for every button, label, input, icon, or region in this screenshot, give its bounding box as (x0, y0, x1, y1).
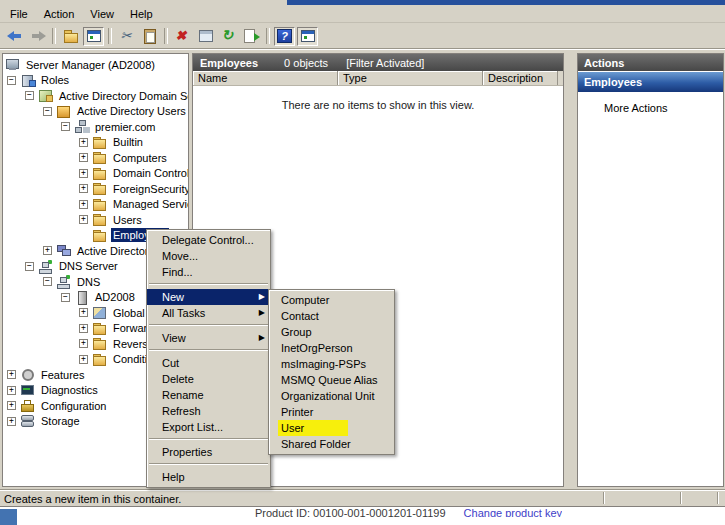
show-window-button[interactable] (297, 27, 318, 46)
submenu-item-user[interactable]: User (269, 420, 394, 436)
menu-help[interactable]: Help (122, 7, 161, 21)
submenu-item-label: msImaging-PSPs (281, 358, 366, 370)
tree-label[interactable]: Diagnostics (39, 383, 100, 397)
column-header-description[interactable]: Description (483, 71, 558, 85)
tree-label[interactable]: Roles (39, 73, 71, 87)
menu-item-delegate-control[interactable]: Delegate Control... (147, 232, 270, 248)
expand-box-icon[interactable]: + (7, 386, 16, 395)
tree-label[interactable]: DNS Server (57, 259, 120, 273)
expand-box-icon[interactable]: + (79, 339, 88, 348)
menu-item-properties[interactable]: Properties (147, 444, 270, 460)
delete-button[interactable] (172, 27, 193, 46)
collapse-box-icon[interactable]: − (25, 262, 34, 271)
expand-box-icon[interactable]: + (79, 200, 88, 209)
submenu-item-inetorgperson[interactable]: InetOrgPerson (269, 340, 394, 356)
menu-item-all-tasks[interactable]: All Tasks▶ (147, 305, 270, 321)
back-button[interactable] (4, 27, 25, 46)
forward-button[interactable] (27, 27, 48, 46)
tree-item-active-directory-domain-services[interactable]: −Active Directory Domain Services (3, 88, 188, 104)
paste-button[interactable] (139, 27, 160, 46)
change-product-key-link[interactable]: Change product key (464, 507, 562, 517)
dns-icon (39, 260, 53, 273)
menu-item-cut[interactable]: Cut (147, 355, 270, 371)
tree-item-managed-service-accounts[interactable]: +Managed Service Accounts (3, 197, 188, 213)
collapse-box-icon[interactable]: − (7, 76, 16, 85)
tree-label[interactable]: Users (111, 213, 144, 227)
expand-box-icon[interactable]: + (7, 401, 16, 410)
collapse-box-icon[interactable]: − (25, 91, 34, 100)
tree-label[interactable]: Features (39, 368, 86, 382)
submenu-item-organizational-unit[interactable]: Organizational Unit (269, 388, 394, 404)
menu-file[interactable]: File (2, 7, 36, 21)
tree-item-builtin[interactable]: +Builtin (3, 135, 188, 151)
menu-item-export-list[interactable]: Export List... (147, 419, 270, 435)
collapse-box-icon[interactable]: − (61, 122, 70, 131)
collapse-box-icon[interactable]: − (43, 107, 52, 116)
column-header-type[interactable]: Type (338, 71, 483, 85)
tree-item-active-directory-users-and-computers[interactable]: −Active Directory Users and Computers (3, 104, 188, 120)
submenu-item-contact[interactable]: Contact (269, 308, 394, 324)
refresh-button[interactable] (218, 27, 239, 46)
tree-label[interactable]: Active Directory Users and Computers (75, 104, 189, 118)
expand-box-icon[interactable]: + (79, 153, 88, 162)
menu-item-delete[interactable]: Delete (147, 371, 270, 387)
tree-item-server-manager-ad2008[interactable]: Server Manager (AD2008) (3, 57, 188, 73)
submenu-item-group[interactable]: Group (269, 324, 394, 340)
tree-label[interactable]: Active Directory Domain Services (57, 89, 189, 103)
tree-label[interactable]: Configuration (39, 399, 108, 413)
column-header-name[interactable]: Name (193, 71, 338, 85)
tree-label[interactable]: ForeignSecurityPrincipals (111, 182, 189, 196)
tree-item-computers[interactable]: +Computers (3, 150, 188, 166)
tree-label[interactable]: premier.com (93, 120, 158, 134)
menu-item-new[interactable]: New▶ (147, 289, 270, 305)
expand-box-icon[interactable]: + (7, 370, 16, 379)
tree-label[interactable]: Builtin (111, 135, 145, 149)
export-list-button[interactable] (241, 27, 262, 46)
tree-label[interactable]: Computers (111, 151, 169, 165)
tree-item-foreignsecurityprincipals[interactable]: +ForeignSecurityPrincipals (3, 181, 188, 197)
tree-label[interactable]: Server Manager (AD2008) (24, 58, 157, 72)
menu-view[interactable]: View (82, 7, 122, 21)
menu-item-move[interactable]: Move... (147, 248, 270, 264)
expand-box-icon[interactable]: + (79, 138, 88, 147)
tree-item-roles[interactable]: −Roles (3, 73, 188, 89)
more-actions-button[interactable]: More Actions (604, 102, 723, 114)
menu-item-help[interactable]: Help (147, 469, 270, 485)
actions-section-employees[interactable]: Employees (578, 71, 723, 92)
console-tree-button[interactable] (83, 27, 104, 46)
collapse-box-icon[interactable]: − (43, 277, 52, 286)
expand-box-icon[interactable]: + (43, 246, 52, 255)
up-one-level-button[interactable] (60, 27, 81, 46)
expand-box-icon[interactable]: + (79, 215, 88, 224)
submenu-item-printer[interactable]: Printer (269, 404, 394, 420)
tree-label[interactable]: DNS (75, 275, 102, 289)
menu-item-rename[interactable]: Rename (147, 387, 270, 403)
properties-button[interactable] (195, 27, 216, 46)
expand-box-icon[interactable]: + (79, 169, 88, 178)
collapse-box-icon[interactable]: − (61, 293, 70, 302)
expand-box-icon[interactable]: + (79, 355, 88, 364)
submenu-item-msimaging-psps[interactable]: msImaging-PSPs (269, 356, 394, 372)
tree-label[interactable]: Managed Service Accounts (111, 197, 189, 211)
tree-item-users[interactable]: +Users (3, 212, 188, 228)
menu-separator (147, 460, 270, 469)
cut-button[interactable] (116, 27, 137, 46)
menu-action[interactable]: Action (36, 7, 83, 21)
toolbar (0, 24, 725, 49)
tree-item-domain-controllers[interactable]: +Domain Controllers (3, 166, 188, 182)
expand-box-icon[interactable]: + (7, 417, 16, 426)
expand-box-icon[interactable]: + (79, 308, 88, 317)
menu-item-view[interactable]: View▶ (147, 330, 270, 346)
expand-box-icon[interactable]: + (79, 184, 88, 193)
tree-label[interactable]: Storage (39, 414, 82, 428)
tree-label[interactable]: AD2008 (93, 290, 137, 304)
menu-item-refresh[interactable]: Refresh (147, 403, 270, 419)
help-button[interactable] (274, 27, 295, 46)
menu-item-find[interactable]: Find... (147, 264, 270, 280)
tree-label[interactable]: Domain Controllers (111, 166, 189, 180)
expand-box-icon[interactable]: + (79, 324, 88, 333)
submenu-item-computer[interactable]: Computer (269, 292, 394, 308)
submenu-item-msmq-queue-alias[interactable]: MSMQ Queue Alias (269, 372, 394, 388)
tree-item-premier-com[interactable]: −premier.com (3, 119, 188, 135)
submenu-item-shared-folder[interactable]: Shared Folder (269, 436, 394, 452)
